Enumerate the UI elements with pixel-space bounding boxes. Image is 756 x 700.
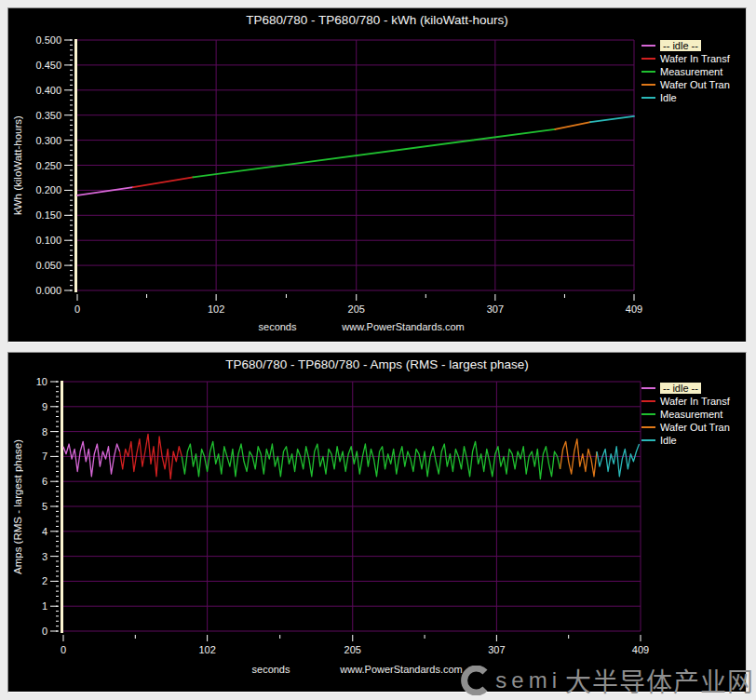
y-minor-tick	[56, 511, 59, 512]
legend-label-idle-end: Idle	[660, 92, 677, 103]
legend-label-measurement: Measurement	[660, 409, 722, 420]
y-minor-tick	[56, 471, 59, 472]
y-minor-tick	[56, 541, 59, 542]
x-minor-tick	[568, 635, 569, 639]
y-minor-tick	[70, 270, 73, 271]
x-tick-label: 0	[61, 644, 66, 655]
legend-item-idle-end[interactable]: Idle	[641, 91, 730, 103]
y-minor-tick	[70, 60, 73, 61]
legend-swatch-idle-active	[641, 45, 655, 47]
amps-chart-panel: 0123456789100102205307409 TP680/780 - TP…	[7, 352, 747, 693]
kwh-chart-title: TP680/780 - TP680/780 - kWh (kiloWatt-ho…	[8, 13, 746, 27]
legend-item-measurement[interactable]: Measurement	[641, 65, 730, 77]
legend-label-wafer-out: Wafer Out Tran	[660, 422, 730, 433]
y-minor-tick	[56, 566, 59, 567]
y-minor-tick	[56, 486, 59, 487]
legend-item-wafer-in[interactable]: Wafer In Transf	[641, 395, 730, 407]
y-minor-tick	[56, 501, 59, 502]
x-tick-label: 307	[487, 303, 504, 315]
y-minor-tick	[70, 110, 73, 111]
y-major-tick	[64, 89, 72, 90]
y-tick-label: 0.350	[35, 110, 61, 121]
legend-label-wafer-in: Wafer In Transf	[660, 53, 730, 64]
watermark-cjk-text: 大半导体产业网	[565, 662, 754, 699]
y-minor-tick	[56, 441, 59, 442]
y-tick-label: 6	[42, 476, 47, 487]
legend-label-idle-active: -- idle --	[660, 383, 701, 394]
y-minor-tick	[70, 230, 73, 231]
x-major-tick	[494, 294, 495, 301]
y-major-tick	[64, 64, 72, 65]
y-major-tick	[64, 190, 72, 191]
y-minor-tick	[56, 545, 59, 546]
legend-item-idle-active[interactable]: -- idle --	[641, 382, 730, 394]
y-tick-label: 0.500	[35, 34, 61, 46]
y-minor-tick	[56, 386, 59, 387]
y-minor-tick	[56, 526, 59, 527]
legend-swatch-idle-end	[641, 97, 655, 99]
y-minor-tick	[70, 249, 73, 250]
kwh-chart-panel: 0.0000.0500.1000.1500.2000.2500.3000.350…	[7, 7, 747, 343]
y-major-tick	[50, 506, 58, 507]
y-minor-tick	[56, 571, 59, 572]
y-minor-tick	[70, 95, 73, 96]
semi-logo-icon	[460, 666, 490, 695]
y-minor-tick	[56, 397, 59, 397]
legend-item-wafer-out[interactable]: Wafer Out Tran	[641, 421, 730, 433]
x-major-tick	[207, 635, 208, 641]
y-tick-label: 10	[36, 376, 47, 387]
legend-item-wafer-out[interactable]: Wafer Out Tran	[641, 78, 730, 90]
y-minor-tick	[56, 551, 59, 552]
legend-item-idle-active[interactable]: -- idle --	[641, 39, 730, 51]
y-minor-tick	[70, 45, 73, 46]
x-tick-label: 409	[632, 644, 649, 655]
y-minor-tick	[56, 521, 59, 522]
y-tick-label: 3	[42, 551, 47, 562]
y-minor-tick	[70, 185, 73, 186]
y-tick-label: 9	[42, 401, 47, 412]
y-minor-tick	[70, 255, 73, 256]
y-minor-tick	[56, 626, 59, 626]
legend-label-wafer-in: Wafer In Transf	[660, 396, 730, 407]
kwh-y-axis-title: kWh (kiloWatt-hours)	[12, 40, 23, 290]
x-major-tick	[77, 294, 78, 301]
y-minor-tick	[56, 466, 59, 467]
x-major-tick	[634, 294, 635, 301]
legend-item-wafer-in[interactable]: Wafer In Transf	[641, 52, 730, 64]
y-minor-tick	[70, 169, 73, 170]
y-minor-tick	[56, 421, 59, 422]
y-minor-tick	[70, 74, 73, 75]
kwh-website-caption: www.PowerStandards.com	[342, 321, 464, 332]
series-measurement	[193, 129, 555, 178]
series-wafer-in-transf	[133, 177, 193, 187]
legend-item-measurement[interactable]: Measurement	[641, 408, 730, 420]
y-minor-tick	[70, 205, 73, 206]
series-idle	[590, 116, 634, 122]
y-minor-tick	[70, 280, 73, 281]
y-tick-label: 0.050	[35, 260, 61, 271]
y-minor-tick	[70, 120, 73, 121]
x-tick-label: 205	[348, 303, 365, 315]
y-minor-tick	[70, 85, 73, 86]
y-tick-label: 0.450	[35, 60, 61, 71]
y-major-tick	[50, 581, 58, 582]
y-major-tick	[50, 531, 58, 532]
y-minor-tick	[56, 615, 59, 616]
y-major-tick	[50, 481, 58, 482]
y-major-tick	[64, 215, 72, 216]
y-major-tick	[50, 631, 58, 632]
kwh-x-axis-title: seconds	[259, 321, 297, 332]
y-minor-tick	[56, 446, 59, 447]
y-minor-tick	[56, 596, 59, 597]
legend-swatch-wafer-in	[641, 400, 655, 402]
y-tick-label: 0.100	[35, 235, 61, 246]
series--idle-	[63, 441, 120, 477]
y-major-tick	[64, 240, 72, 241]
y-minor-tick	[56, 491, 59, 491]
y-tick-label: 0.150	[35, 209, 61, 221]
x-minor-tick	[425, 635, 425, 639]
y-minor-tick	[70, 80, 73, 81]
legend-item-idle-end[interactable]: Idle	[641, 434, 730, 446]
y-minor-tick	[56, 461, 59, 462]
y-major-tick	[64, 40, 72, 41]
